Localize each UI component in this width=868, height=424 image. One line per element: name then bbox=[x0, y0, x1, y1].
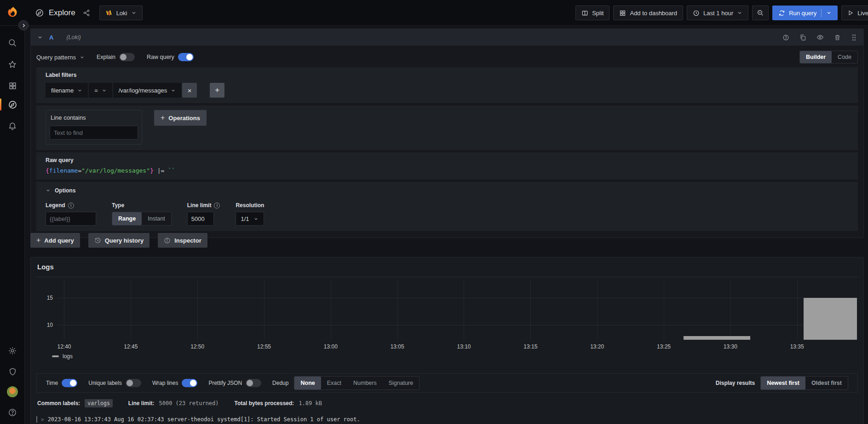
query-ref-id: A bbox=[49, 34, 53, 41]
chevron-right-icon bbox=[21, 23, 26, 28]
operations-section: Line contains + Operations bbox=[36, 105, 858, 150]
inspector-button[interactable]: Inspector bbox=[158, 233, 207, 248]
collapse-chevron-icon[interactable] bbox=[37, 35, 43, 40]
close-icon: × bbox=[188, 87, 192, 94]
unique-labels-toggle[interactable] bbox=[126, 379, 141, 387]
copy-icon[interactable] bbox=[799, 34, 806, 41]
help-icon[interactable] bbox=[782, 34, 789, 41]
option-oldest-first[interactable]: Oldest first bbox=[805, 377, 848, 389]
label-name-select[interactable]: filename bbox=[46, 83, 88, 98]
chevron-down-icon bbox=[77, 88, 82, 93]
query-row-header[interactable]: A (Loki) bbox=[31, 29, 863, 46]
gridline-x bbox=[464, 279, 464, 340]
wrap-lines-toggle[interactable] bbox=[182, 379, 197, 387]
operation-title[interactable]: Line contains bbox=[46, 110, 142, 124]
chevron-down-icon bbox=[253, 216, 259, 221]
legend-label: logs bbox=[63, 353, 73, 360]
eye-icon[interactable] bbox=[816, 34, 824, 41]
logs-panel-title: Logs bbox=[37, 263, 54, 271]
label-value-select[interactable]: /var/log/messages bbox=[113, 83, 182, 98]
option-instant[interactable]: Instant bbox=[142, 212, 171, 225]
resolution-label: Resolution bbox=[236, 202, 264, 209]
text-to-find-input[interactable] bbox=[50, 126, 138, 139]
line-limit-meta-value: 5000 (23 returned) bbox=[159, 400, 219, 407]
datasource-picker[interactable]: Loki bbox=[99, 6, 143, 20]
share-icon[interactable] bbox=[83, 9, 90, 17]
gridline-x bbox=[597, 279, 598, 340]
sidebar-item-alerting[interactable] bbox=[0, 116, 25, 135]
options-collapse[interactable]: Options bbox=[46, 187, 75, 194]
line-limit-input[interactable] bbox=[187, 212, 214, 226]
add-to-dashboard-button[interactable]: Add to dashboard bbox=[613, 6, 683, 20]
legend-label: Legend bbox=[46, 202, 65, 209]
dedup-label: Dedup bbox=[272, 380, 288, 386]
clock-icon bbox=[693, 10, 700, 17]
log-line-text: 2023-08-16 13:37:43 Aug 16 02:37:43 serv… bbox=[48, 416, 360, 423]
option-code[interactable]: Code bbox=[832, 51, 857, 63]
remove-filter-button[interactable]: × bbox=[182, 83, 197, 98]
resolution-select[interactable]: 1/1 bbox=[236, 212, 264, 226]
plus-icon: + bbox=[161, 114, 165, 122]
live-button[interactable]: Live bbox=[841, 6, 868, 20]
bell-icon bbox=[8, 121, 17, 130]
option-signature[interactable]: Signature bbox=[383, 377, 420, 389]
type-switch: RangeInstant bbox=[112, 212, 172, 226]
operator-select[interactable]: = bbox=[89, 83, 112, 98]
chevron-down-icon bbox=[80, 55, 85, 60]
log-row[interactable]: >2023-08-16 13:37:43 Aug 16 02:37:43 ser… bbox=[36, 415, 858, 424]
zoom-out-button[interactable] bbox=[752, 6, 769, 20]
prettify-json-toggle[interactable] bbox=[246, 379, 261, 387]
sidebar-item-search[interactable] bbox=[0, 34, 25, 52]
explain-toggle[interactable] bbox=[119, 53, 135, 61]
dedup-switch: NoneExactNumbersSignature bbox=[294, 376, 420, 390]
chart-legend[interactable]: logs bbox=[52, 353, 73, 360]
shield-icon bbox=[8, 367, 17, 376]
gridline-x bbox=[131, 279, 131, 340]
sidebar-item-explore[interactable] bbox=[0, 95, 25, 114]
datasource-hint: (Loki) bbox=[66, 34, 80, 41]
query-history-button[interactable]: Query history bbox=[88, 233, 150, 248]
options-section: Options Legend i Type RangeInstant Line … bbox=[36, 182, 858, 231]
option-exact[interactable]: Exact bbox=[321, 377, 347, 389]
option-numbers[interactable]: Numbers bbox=[347, 377, 383, 389]
x-axis-tick-label: 13:25 bbox=[657, 343, 671, 350]
label-filters-title: Label filters bbox=[46, 72, 849, 78]
legend-swatch bbox=[52, 355, 59, 357]
grafana-logo[interactable] bbox=[6, 6, 19, 19]
query-patterns-button[interactable]: Query patterns bbox=[36, 54, 85, 61]
total-bytes-label: Total bytes processed: bbox=[235, 400, 294, 407]
drag-handle-icon[interactable] bbox=[851, 34, 857, 41]
option-newest-first[interactable]: Newest first bbox=[761, 377, 805, 389]
trash-icon[interactable] bbox=[834, 34, 841, 41]
operations-button[interactable]: + Operations bbox=[154, 110, 207, 126]
logs-panel: Logs 101512:4012:4512:5012:5513:0013:051… bbox=[30, 257, 864, 424]
sidebar-item-help[interactable] bbox=[0, 403, 25, 422]
time-range-picker[interactable]: Last 1 hour bbox=[687, 6, 748, 20]
plus-icon: + bbox=[36, 236, 40, 244]
option-none[interactable]: None bbox=[294, 377, 321, 389]
expand-sidebar-button[interactable] bbox=[18, 20, 29, 30]
option-builder[interactable]: Builder bbox=[800, 51, 832, 63]
time-toggle[interactable] bbox=[62, 379, 77, 387]
option-range[interactable]: Range bbox=[112, 212, 142, 225]
add-query-button[interactable]: + Add query bbox=[30, 233, 80, 248]
line-limit-label: Line limit bbox=[187, 202, 212, 209]
sidebar-item-configuration[interactable] bbox=[0, 342, 25, 360]
legend-input[interactable] bbox=[46, 212, 96, 226]
query-editor-card: A (Loki) Query patterns Explain Raw quer… bbox=[30, 29, 864, 238]
gridline-x bbox=[264, 279, 264, 340]
sidebar-item-starred[interactable] bbox=[0, 55, 25, 74]
sidebar-item-admin[interactable] bbox=[0, 362, 25, 381]
chart-plot-area[interactable]: 101512:4012:4512:5012:5513:0013:0513:101… bbox=[57, 279, 857, 340]
run-query-button[interactable]: Run query bbox=[772, 6, 838, 20]
type-field: Type RangeInstant bbox=[112, 202, 172, 226]
split-button[interactable]: Split bbox=[575, 6, 609, 20]
query-toolbar: Query patterns Explain Raw query Builder… bbox=[36, 49, 858, 65]
expand-log-icon[interactable]: > bbox=[41, 417, 44, 423]
line-limit-meta-label: Line limit: bbox=[128, 400, 155, 407]
play-icon bbox=[847, 10, 854, 16]
sidebar-item-profile[interactable] bbox=[0, 383, 25, 401]
raw-query-toggle[interactable] bbox=[178, 53, 194, 61]
add-filter-button[interactable]: + bbox=[210, 83, 224, 98]
sidebar-item-dashboards[interactable] bbox=[0, 76, 25, 95]
